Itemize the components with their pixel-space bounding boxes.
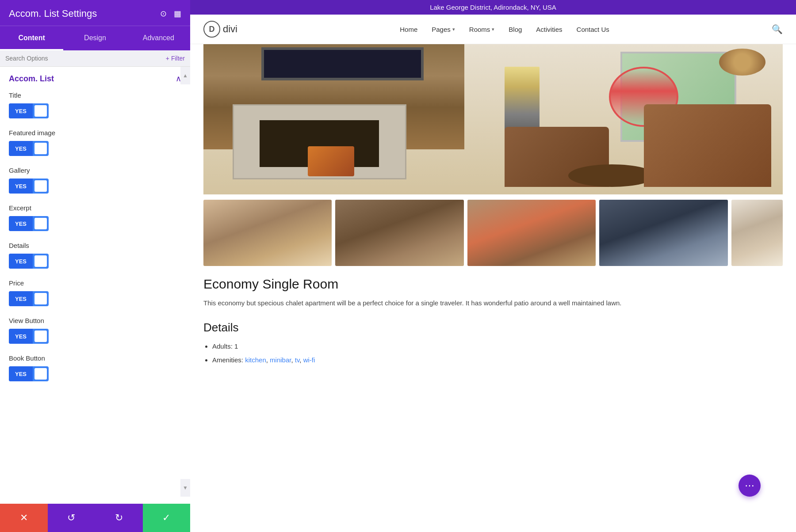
gallery-item-3[interactable] [467,200,596,266]
amenity-minibar[interactable]: minibar [270,356,291,364]
scroll-down-button[interactable]: ▼ [180,479,190,497]
chevron-down-icon: ▾ [492,27,494,32]
panel-header: Accom. List Settings ⊙ ▦ [0,0,190,26]
location-text: Lake George District, Adirondack, NY, US… [430,4,556,11]
toggle-featured-image[interactable]: YES [9,141,49,156]
scene-table [568,164,655,187]
undo-button[interactable]: ↺ [48,504,96,532]
toggle-knob [34,143,47,154]
amenity-kitchen[interactable]: kitchen [245,356,266,364]
panel-header-icons: ⊙ ▦ [160,9,181,19]
setting-gallery-label: Gallery [9,167,181,174]
nav-links: Home Pages ▾ Rooms ▾ Blog Activities Con… [255,26,754,33]
amenity-tv[interactable]: tv [295,356,300,364]
toggle-yes-label: YES [9,216,33,231]
search-icon[interactable]: 🔍 [772,24,783,34]
setting-gallery: Gallery YES [9,167,181,194]
detail-amenities: Amenities: kitchen, minibar, tv, wi-fi [212,355,783,365]
setting-details: Details YES [9,242,181,269]
tab-content[interactable]: Content [0,26,63,50]
tab-design[interactable]: Design [63,26,126,50]
redo-button[interactable]: ↻ [95,504,143,532]
toggle-yes-label: YES [9,254,33,269]
search-row: + Filter [0,50,190,67]
location-bar: Lake George District, Adirondack, NY, US… [190,0,796,15]
page-content: Economy Single Room This economy but spe… [190,44,796,532]
logo-name: divi [223,23,237,35]
gallery-item-1[interactable] [203,200,332,266]
toggle-gallery[interactable]: YES [9,179,49,194]
details-list: Adults: 1 Amenities: kitchen, minibar, t… [203,342,783,365]
toggle-knob [34,180,47,192]
room-title: Economy Single Room [203,277,783,292]
nav-home[interactable]: Home [400,26,417,33]
nav-contact[interactable]: Contact Us [577,26,609,33]
scene-tv [261,47,424,80]
setting-excerpt-label: Excerpt [9,204,181,212]
toggle-yes-label: YES [9,141,33,156]
detail-adults: Adults: 1 [212,342,783,352]
filter-button[interactable]: + Filter [166,55,185,62]
toggle-title[interactable]: YES [9,103,49,118]
nav-blog[interactable]: Blog [509,26,522,33]
site-logo[interactable]: D divi [203,21,237,38]
setting-excerpt: Excerpt YES [9,204,181,231]
toggle-details[interactable]: YES [9,254,49,269]
layout-icon[interactable]: ▦ [174,9,181,19]
settings-panel: Accom. List Settings ⊙ ▦ Content Design … [0,0,190,532]
tab-advanced[interactable]: Advanced [127,26,190,50]
detail-adults-text: Adults: 1 [212,342,238,350]
scene-lamp [505,67,540,134]
toggle-knob [34,293,47,304]
nav-pages[interactable]: Pages ▾ [432,26,455,33]
setting-book-button-label: Book Button [9,354,181,362]
tabs-row: Content Design Advanced [0,26,190,50]
setting-price: Price YES [9,279,181,306]
collapse-button[interactable]: ∧ [176,74,181,84]
cancel-button[interactable]: ✕ [0,504,48,532]
toggle-knob [34,218,47,229]
setting-price-label: Price [9,279,181,287]
toggle-view-button[interactable]: YES [9,329,49,344]
setting-featured-image: Featured image YES [9,129,181,156]
toggle-knob [34,105,47,117]
toggle-knob [34,331,47,342]
section-header: Accom. List ∧ [9,74,181,84]
fab-button[interactable]: ⋯ [739,475,761,497]
gallery-item-5[interactable] [731,200,783,266]
gallery-row [203,200,783,266]
nav-activities[interactable]: Activities [536,26,562,33]
toggle-yes-label: YES [9,291,33,306]
logo-circle: D [203,21,220,38]
site-navigation: D divi Home Pages ▾ Rooms ▾ Blog Activit… [190,15,796,44]
nav-rooms[interactable]: Rooms ▾ [469,26,495,33]
toggle-knob [34,255,47,267]
settings-icon[interactable]: ⊙ [160,9,167,19]
setting-view-button-label: View Button [9,317,181,324]
main-content-area: Lake George District, Adirondack, NY, US… [190,0,796,532]
chevron-down-icon: ▾ [452,27,455,32]
save-button[interactable]: ✓ [143,504,191,532]
gallery-item-2[interactable] [335,200,463,266]
toggle-yes-label: YES [9,179,33,194]
toggle-yes-label: YES [9,329,33,344]
detail-amenities-label: Amenities: [212,356,245,364]
setting-details-label: Details [9,242,181,249]
setting-book-button: Book Button YES [9,354,181,381]
search-input[interactable] [5,55,162,62]
logo-letter: D [209,25,215,34]
scene-chair-right [644,104,771,187]
scene-firewood [308,146,354,176]
toggle-excerpt[interactable]: YES [9,216,49,231]
setting-title-label: Title [9,91,181,99]
gallery-item-4[interactable] [599,200,727,266]
panel-title: Accom. List Settings [9,8,97,19]
setting-featured-image-label: Featured image [9,129,181,137]
bottom-bar: ✕ ↺ ↻ ✓ [0,504,190,532]
toggle-book-button[interactable]: YES [9,366,49,381]
toggle-price[interactable]: YES [9,291,49,306]
amenity-wifi[interactable]: wi-fi [303,356,315,364]
fab-icon: ⋯ [745,480,754,491]
scene-wall-decor [719,49,765,76]
toggle-yes-label: YES [9,366,33,381]
